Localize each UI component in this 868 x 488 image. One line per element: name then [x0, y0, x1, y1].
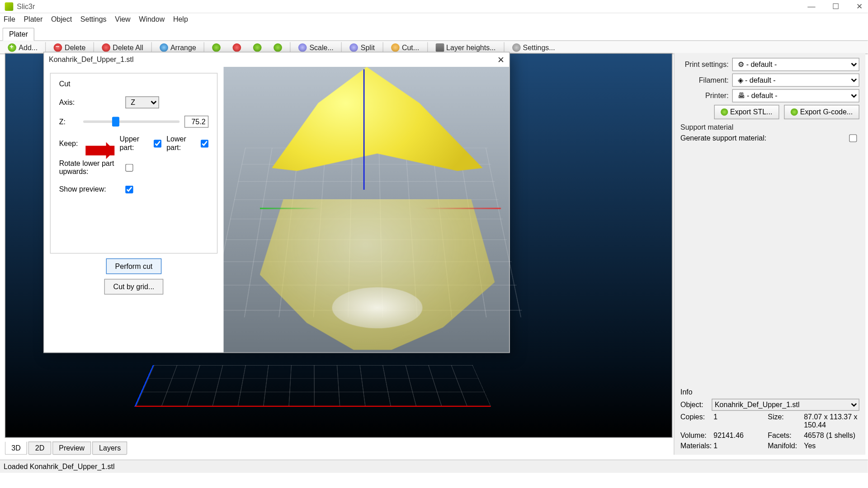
rotate-cw-icon: [233, 43, 241, 52]
menu-file[interactable]: File: [4, 15, 15, 23]
delete-all-icon: [102, 43, 110, 52]
viewtab-layers[interactable]: Layers: [92, 441, 127, 455]
cut-preview-viewport[interactable]: [224, 67, 509, 352]
export-stl-button[interactable]: Export STL...: [714, 105, 779, 119]
upper-part-label: Upper part:: [119, 135, 152, 152]
lower-part-label: Lower part:: [166, 135, 199, 152]
z-axis-indicator: [363, 69, 365, 190]
window-maximize-button[interactable]: ☐: [832, 2, 840, 11]
z-slider[interactable]: [83, 121, 179, 123]
menu-window[interactable]: Window: [139, 15, 165, 23]
axis-select[interactable]: Z: [125, 96, 159, 108]
split-icon: [350, 43, 359, 52]
info-heading: Info: [680, 388, 859, 396]
perform-cut-button[interactable]: Perform cut: [106, 258, 162, 274]
menu-help[interactable]: Help: [173, 15, 188, 23]
rotate-lower-checkbox[interactable]: [125, 164, 133, 171]
rotate-y-icon: [274, 43, 283, 52]
printer-select[interactable]: 🖶 - default -: [732, 89, 859, 102]
annotation-arrow: [85, 146, 114, 155]
y-axis-indicator: [260, 208, 320, 209]
print-settings-select[interactable]: ⚙ - default -: [732, 58, 859, 71]
object-label: Object:: [680, 400, 712, 409]
settings-icon: [512, 43, 520, 52]
status-text: Loaded Konahrik_Def_Upper_1.stl: [4, 462, 114, 471]
status-bar: Loaded Konahrik_Def_Upper_1.stl: [0, 460, 868, 473]
x-axis-indicator: [422, 208, 500, 209]
export-gcode-icon: [790, 108, 797, 116]
viewtab-preview[interactable]: Preview: [52, 441, 91, 455]
dialog-title: Konahrik_Def_Upper_1.stl: [49, 56, 134, 64]
filament-label: Filament:: [680, 76, 729, 84]
window-close-button[interactable]: ✕: [856, 2, 863, 11]
layer-icon: [435, 43, 444, 52]
z-input[interactable]: [184, 116, 208, 128]
add-icon: [8, 43, 16, 52]
tab-plater[interactable]: Plater: [2, 28, 34, 41]
manifold-value: Yes: [804, 441, 859, 450]
cut-icon: [391, 43, 400, 52]
materials-value: 1: [713, 441, 768, 450]
cut-dialog: Konahrik_Def_Upper_1.stl ✕ Cut Axis: Z Z…: [43, 52, 510, 353]
generate-support-label: Generate support material:: [680, 134, 766, 142]
window-minimize-button[interactable]: —: [807, 2, 815, 11]
z-label: Z:: [59, 117, 83, 126]
menu-settings[interactable]: Settings: [80, 15, 107, 23]
arrange-icon: [160, 43, 168, 52]
view-tabs: 3D 2D Preview Layers: [5, 441, 129, 455]
show-preview-label: Show preview:: [59, 185, 126, 193]
manifold-label: Manifold:: [768, 441, 804, 450]
copies-label: Copies:: [680, 413, 713, 429]
facets-label: Facets:: [768, 431, 804, 440]
support-material-heading: Support material: [680, 123, 859, 131]
print-bed: [134, 365, 491, 407]
z-slider-thumb[interactable]: [112, 117, 119, 127]
copies-value: 1: [713, 413, 768, 429]
scale-icon: [298, 43, 307, 52]
menu-object[interactable]: Object: [51, 15, 72, 23]
app-title: Slic3r: [17, 2, 35, 11]
lower-part-checkbox[interactable]: [201, 140, 208, 147]
cut-by-grid-button[interactable]: Cut by grid...: [104, 279, 164, 295]
delete-icon: [54, 43, 62, 52]
menu-view[interactable]: View: [115, 15, 130, 23]
app-icon: [5, 2, 14, 11]
model-cavity: [332, 287, 422, 328]
object-select[interactable]: Konahrik_Def_Upper_1.stl: [712, 399, 859, 411]
volume-value: 92141.46: [713, 431, 768, 440]
size-value: 87.07 x 113.37 x 150.44: [804, 413, 859, 429]
generate-support-checkbox[interactable]: [849, 134, 857, 142]
export-gcode-button[interactable]: Export G-code...: [784, 105, 859, 119]
printer-label: Printer:: [680, 92, 729, 100]
viewtab-2d[interactable]: 2D: [28, 441, 51, 455]
rotate-lower-label: Rotate lower part upwards:: [59, 159, 126, 176]
rotate-x-icon: [253, 43, 262, 52]
titlebar: Slic3r — ☐ ✕: [0, 0, 868, 13]
show-preview-checkbox[interactable]: [125, 185, 133, 193]
cut-section-title: Cut: [59, 80, 209, 88]
size-label: Size:: [768, 413, 804, 429]
axis-label: Axis:: [59, 98, 126, 107]
main-tabstrip: Plater: [0, 28, 868, 41]
upper-part-checkbox[interactable]: [154, 140, 161, 147]
viewtab-3d[interactable]: 3D: [5, 441, 28, 455]
settings-button[interactable]: Settings...: [506, 41, 560, 53]
dialog-close-button[interactable]: ✕: [497, 55, 505, 64]
export-stl-icon: [721, 108, 728, 116]
filament-select[interactable]: ◈ - default -: [732, 74, 859, 87]
print-settings-label: Print settings:: [680, 60, 729, 69]
add-button[interactable]: Add...: [2, 41, 43, 53]
menu-plater[interactable]: Plater: [24, 15, 42, 23]
facets-value: 46578 (1 shells): [804, 431, 859, 440]
rotate-ccw-icon: [212, 43, 221, 52]
menubar: File Plater Object Settings View Window …: [0, 13, 868, 25]
right-panel: Print settings: ⚙ - default - Filament: …: [674, 53, 865, 455]
volume-label: Volume:: [680, 431, 713, 440]
materials-label: Materials:: [680, 441, 713, 450]
